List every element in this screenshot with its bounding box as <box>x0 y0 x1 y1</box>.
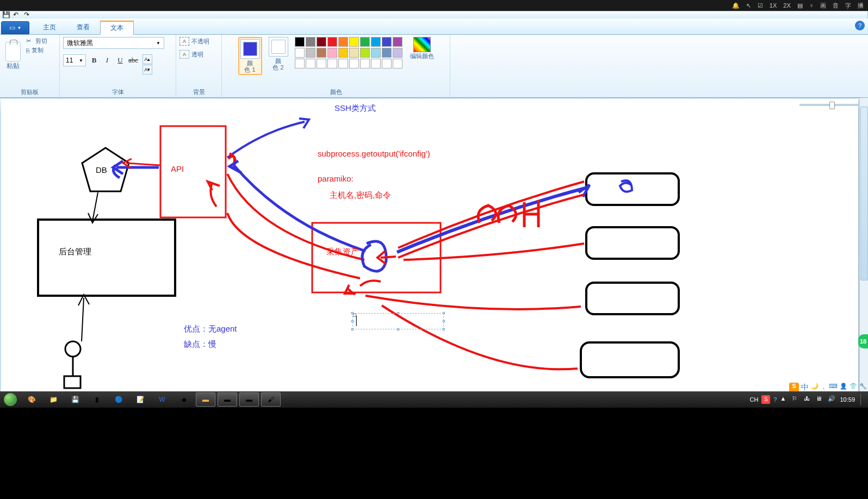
palette-swatch[interactable] <box>317 59 326 68</box>
task-explorer[interactable]: 📁 <box>44 392 63 407</box>
grow-font-button[interactable]: A▴ <box>142 54 152 64</box>
canvas-text-ssh-title: SSH类方式 <box>334 103 376 114</box>
canvas-text-subprocess: subprocess.getoutput('ifconfig') <box>318 149 430 158</box>
monitor-icon[interactable]: 🖥 <box>816 395 824 404</box>
palette-swatch[interactable] <box>393 59 402 68</box>
palette-swatch[interactable] <box>327 48 337 58</box>
palette-swatch[interactable] <box>349 59 359 68</box>
palette-swatch[interactable] <box>338 48 348 58</box>
cn-sound[interactable]: 音 <box>833 2 839 10</box>
bulb-icon[interactable]: ♀ <box>809 2 814 9</box>
palette-swatch[interactable] <box>317 37 326 47</box>
edit-colors-button[interactable]: 编辑颜色 <box>410 37 434 60</box>
opaque-button[interactable]: A不透明 <box>179 37 209 46</box>
palette-swatch[interactable] <box>295 48 305 58</box>
palette-swatch[interactable] <box>349 37 359 47</box>
palette-swatch[interactable] <box>306 48 315 58</box>
color1-button[interactable]: 颜 色 1 <box>238 37 262 75</box>
palette-swatch[interactable] <box>360 59 370 68</box>
flag-icon[interactable]: ⚐ <box>792 395 801 404</box>
file-menu-button[interactable]: ▭ ▼ <box>1 21 29 34</box>
palette-swatch[interactable] <box>360 48 370 58</box>
font-name-select[interactable]: 微软雅黑 ▼ <box>63 37 164 49</box>
transparent-button[interactable]: A透明 <box>179 50 203 59</box>
palette-swatch[interactable] <box>295 59 305 68</box>
task-notepad[interactable]: 📝 <box>131 392 150 407</box>
task-pycharm[interactable]: ◆ <box>174 392 194 407</box>
start-button[interactable] <box>0 391 21 408</box>
tab-view[interactable]: 查看 <box>66 20 100 34</box>
palette-swatch[interactable] <box>382 59 392 68</box>
redo-icon[interactable]: ↷ <box>24 11 32 18</box>
font-size-select[interactable]: 11 ▼ <box>63 54 86 66</box>
chrome-icon: 🔵 <box>115 396 123 403</box>
palette-swatch[interactable] <box>317 48 326 58</box>
palette-swatch[interactable] <box>393 48 402 58</box>
palette-swatch[interactable] <box>306 59 315 68</box>
color2-button[interactable]: 颜 色 2 <box>269 37 288 71</box>
palette-swatch[interactable] <box>371 59 381 68</box>
palette-swatch[interactable] <box>360 37 370 47</box>
palette-swatch[interactable] <box>327 59 337 68</box>
italic-button[interactable]: I <box>101 54 113 66</box>
bold-button[interactable]: B <box>88 54 100 66</box>
palette-swatch[interactable] <box>338 37 348 47</box>
zoom-2x[interactable]: 2X <box>783 2 790 9</box>
cn-draw[interactable]: 画 <box>820 2 826 10</box>
copy-icon: ⎘ <box>26 47 30 54</box>
copy-button[interactable]: ⎘复制 <box>26 46 47 54</box>
cn-play[interactable]: 播 <box>858 2 864 10</box>
check-icon[interactable]: ☑ <box>758 2 763 9</box>
task-save[interactable]: 💾 <box>65 392 85 407</box>
palette-swatch[interactable] <box>338 59 348 68</box>
show-desktop-button[interactable] <box>860 394 865 406</box>
underline-button[interactable]: U <box>114 54 126 66</box>
palette-swatch[interactable] <box>371 48 381 58</box>
palette-swatch[interactable] <box>393 37 402 47</box>
shrink-font-button[interactable]: A▾ <box>142 65 152 74</box>
list-icon[interactable]: ▤ <box>797 2 803 9</box>
network-icon[interactable]: 🖧 <box>804 395 813 404</box>
task-chrome[interactable]: 🔵 <box>109 392 128 407</box>
clock[interactable]: 10:59 <box>840 396 855 403</box>
task-paint-active[interactable]: 🖌 <box>261 392 281 407</box>
palette-swatch[interactable] <box>349 48 359 58</box>
palette-swatch[interactable] <box>382 37 392 47</box>
quick-access-toolbar: 💾 ↶ ↷ <box>2 11 32 18</box>
volume-icon[interactable]: 🔊 <box>828 395 836 404</box>
task-paint[interactable]: 🎨 <box>22 392 41 407</box>
tray-up-icon[interactable]: ▲ <box>780 395 789 404</box>
tab-text[interactable]: 文本 <box>100 21 134 35</box>
tab-home[interactable]: 主页 <box>33 20 66 34</box>
bell-icon[interactable]: 🔔 <box>732 2 740 9</box>
notification-badge[interactable]: 18 <box>858 334 868 348</box>
cn-text[interactable]: 字 <box>845 2 851 10</box>
palette-swatch[interactable] <box>327 37 337 47</box>
help-button[interactable]: ? <box>855 21 865 30</box>
text-insertion-box[interactable]: │ <box>352 313 444 329</box>
strikethrough-button[interactable]: abc <box>127 54 139 66</box>
palette-swatch[interactable] <box>306 37 315 47</box>
ime-indicator[interactable]: CH <box>749 396 758 403</box>
palette-swatch[interactable] <box>382 48 392 58</box>
sogou-tray-icon[interactable]: S <box>761 395 770 404</box>
palette-swatch[interactable] <box>371 37 381 47</box>
task-word[interactable]: W <box>152 392 172 407</box>
canvas[interactable]: SSH类方式 subprocess.getoutput('ifconfig') … <box>1 99 858 399</box>
zoom-1x[interactable]: 1X <box>770 2 777 9</box>
scrollbar-vertical[interactable] <box>859 98 868 399</box>
help-tray-icon[interactable]: ? <box>773 396 777 403</box>
rainbow-icon <box>413 37 431 52</box>
cut-button[interactable]: ✂剪切 <box>26 37 47 45</box>
task-active3[interactable]: ▬ <box>239 392 259 407</box>
task-terminal[interactable]: ▮ <box>87 392 107 407</box>
save-icon[interactable]: 💾 <box>2 11 10 18</box>
task-active1[interactable]: ▬ <box>196 392 215 407</box>
undo-icon[interactable]: ↶ <box>13 11 21 18</box>
paste-button[interactable]: 粘贴 <box>3 37 23 75</box>
task-active2[interactable]: ▬ <box>218 392 237 407</box>
scrollbar-thumb[interactable] <box>860 107 868 280</box>
palette-swatch[interactable] <box>295 37 305 47</box>
zoom-slider[interactable] <box>799 104 859 106</box>
arrow-icon[interactable]: ↖ <box>746 2 751 9</box>
